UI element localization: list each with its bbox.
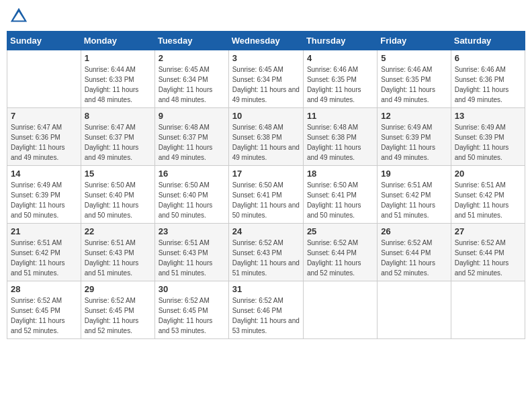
calendar-cell: 3Sunrise: 6:45 AMSunset: 6:34 PMDaylight… <box>228 50 303 108</box>
day-number: 1 <box>85 53 151 63</box>
calendar-cell: 18Sunrise: 6:50 AMSunset: 6:41 PMDayligh… <box>303 166 377 224</box>
calendar-cell: 9Sunrise: 6:48 AMSunset: 6:37 PMDaylight… <box>154 108 228 166</box>
calendar-cell: 8Sunrise: 6:47 AMSunset: 6:37 PMDaylight… <box>81 108 154 166</box>
day-number: 24 <box>232 226 300 236</box>
day-info: Sunrise: 6:51 AMSunset: 6:43 PMDaylight:… <box>159 238 225 278</box>
day-number: 4 <box>307 53 373 63</box>
day-number: 29 <box>85 284 151 294</box>
day-info: Sunrise: 6:47 AMSunset: 6:36 PMDaylight:… <box>11 122 77 163</box>
day-number: 10 <box>232 111 300 121</box>
day-info: Sunrise: 6:50 AMSunset: 6:41 PMDaylight:… <box>307 180 373 220</box>
day-number: 13 <box>455 111 521 121</box>
logo <box>9 7 31 26</box>
day-info: Sunrise: 6:51 AMSunset: 6:42 PMDaylight:… <box>381 180 447 220</box>
calendar-week-row: 1Sunrise: 6:44 AMSunset: 6:33 PMDaylight… <box>7 50 525 108</box>
day-info: Sunrise: 6:49 AMSunset: 6:39 PMDaylight:… <box>381 122 447 163</box>
day-number: 6 <box>455 53 521 63</box>
day-info: Sunrise: 6:52 AMSunset: 6:44 PMDaylight:… <box>455 238 521 278</box>
day-info: Sunrise: 6:50 AMSunset: 6:40 PMDaylight:… <box>159 180 225 220</box>
day-info: Sunrise: 6:46 AMSunset: 6:36 PMDaylight:… <box>455 64 521 105</box>
day-info: Sunrise: 6:48 AMSunset: 6:38 PMDaylight:… <box>232 122 300 163</box>
calendar-cell <box>303 281 377 339</box>
day-info: Sunrise: 6:44 AMSunset: 6:33 PMDaylight:… <box>85 64 151 105</box>
calendar-cell: 10Sunrise: 6:48 AMSunset: 6:38 PMDayligh… <box>228 108 303 166</box>
day-number: 3 <box>232 53 300 63</box>
calendar-week-row: 7Sunrise: 6:47 AMSunset: 6:36 PMDaylight… <box>7 108 525 166</box>
calendar-cell: 22Sunrise: 6:51 AMSunset: 6:43 PMDayligh… <box>81 224 154 281</box>
calendar-cell: 17Sunrise: 6:50 AMSunset: 6:41 PMDayligh… <box>228 166 303 224</box>
day-number: 15 <box>85 169 151 179</box>
weekday-header-wednesday: Wednesday <box>228 32 303 50</box>
weekday-header-monday: Monday <box>81 32 154 50</box>
day-info: Sunrise: 6:51 AMSunset: 6:43 PMDaylight:… <box>85 238 151 278</box>
day-info: Sunrise: 6:45 AMSunset: 6:34 PMDaylight:… <box>159 64 225 105</box>
day-number: 21 <box>11 226 77 236</box>
day-number: 28 <box>11 284 77 294</box>
weekday-header-sunday: Sunday <box>7 32 81 50</box>
day-info: Sunrise: 6:52 AMSunset: 6:43 PMDaylight:… <box>232 238 300 278</box>
day-info: Sunrise: 6:52 AMSunset: 6:44 PMDaylight:… <box>307 238 373 278</box>
calendar-cell <box>7 50 81 108</box>
calendar-cell <box>451 281 525 339</box>
calendar-cell: 31Sunrise: 6:52 AMSunset: 6:46 PMDayligh… <box>228 281 303 339</box>
day-number: 30 <box>159 284 225 294</box>
calendar-cell: 14Sunrise: 6:49 AMSunset: 6:39 PMDayligh… <box>7 166 81 224</box>
day-number: 20 <box>455 169 521 179</box>
day-number: 19 <box>381 169 447 179</box>
day-number: 14 <box>11 169 77 179</box>
weekday-header-thursday: Thursday <box>303 32 377 50</box>
calendar-cell: 7Sunrise: 6:47 AMSunset: 6:36 PMDaylight… <box>7 108 81 166</box>
calendar-cell: 1Sunrise: 6:44 AMSunset: 6:33 PMDaylight… <box>81 50 154 108</box>
calendar-cell: 26Sunrise: 6:52 AMSunset: 6:44 PMDayligh… <box>378 224 451 281</box>
calendar-cell: 13Sunrise: 6:49 AMSunset: 6:39 PMDayligh… <box>451 108 525 166</box>
calendar-cell: 4Sunrise: 6:46 AMSunset: 6:35 PMDaylight… <box>303 50 377 108</box>
calendar-cell: 15Sunrise: 6:50 AMSunset: 6:40 PMDayligh… <box>81 166 154 224</box>
calendar-week-row: 28Sunrise: 6:52 AMSunset: 6:45 PMDayligh… <box>7 281 525 339</box>
day-number: 12 <box>381 111 447 121</box>
calendar-cell: 28Sunrise: 6:52 AMSunset: 6:45 PMDayligh… <box>7 281 81 339</box>
day-number: 27 <box>455 226 521 236</box>
day-number: 11 <box>307 111 373 121</box>
day-info: Sunrise: 6:46 AMSunset: 6:35 PMDaylight:… <box>381 64 447 105</box>
logo-icon <box>9 7 28 26</box>
day-number: 18 <box>307 169 373 179</box>
day-number: 9 <box>159 111 225 121</box>
day-info: Sunrise: 6:48 AMSunset: 6:37 PMDaylight:… <box>159 122 225 163</box>
day-info: Sunrise: 6:52 AMSunset: 6:44 PMDaylight:… <box>381 238 447 278</box>
weekday-header-friday: Friday <box>378 32 451 50</box>
day-number: 23 <box>159 226 225 236</box>
calendar-cell: 16Sunrise: 6:50 AMSunset: 6:40 PMDayligh… <box>154 166 228 224</box>
day-number: 31 <box>232 284 300 294</box>
day-number: 5 <box>381 53 447 63</box>
day-number: 17 <box>232 169 300 179</box>
calendar-cell: 21Sunrise: 6:51 AMSunset: 6:42 PMDayligh… <box>7 224 81 281</box>
day-info: Sunrise: 6:49 AMSunset: 6:39 PMDaylight:… <box>11 180 77 220</box>
day-number: 26 <box>381 226 447 236</box>
day-info: Sunrise: 6:48 AMSunset: 6:38 PMDaylight:… <box>307 122 373 163</box>
calendar-cell: 29Sunrise: 6:52 AMSunset: 6:45 PMDayligh… <box>81 281 154 339</box>
weekday-header-tuesday: Tuesday <box>154 32 228 50</box>
day-number: 25 <box>307 226 373 236</box>
calendar-cell: 6Sunrise: 6:46 AMSunset: 6:36 PMDaylight… <box>451 50 525 108</box>
day-info: Sunrise: 6:47 AMSunset: 6:37 PMDaylight:… <box>85 122 151 163</box>
day-info: Sunrise: 6:51 AMSunset: 6:42 PMDaylight:… <box>11 238 77 278</box>
calendar-cell: 20Sunrise: 6:51 AMSunset: 6:42 PMDayligh… <box>451 166 525 224</box>
day-number: 7 <box>11 111 77 121</box>
calendar-week-row: 14Sunrise: 6:49 AMSunset: 6:39 PMDayligh… <box>7 166 525 224</box>
calendar-cell: 5Sunrise: 6:46 AMSunset: 6:35 PMDaylight… <box>378 50 451 108</box>
calendar-cell: 19Sunrise: 6:51 AMSunset: 6:42 PMDayligh… <box>378 166 451 224</box>
page-header <box>7 7 525 26</box>
weekday-header-row: SundayMondayTuesdayWednesdayThursdayFrid… <box>7 32 525 50</box>
calendar-cell: 24Sunrise: 6:52 AMSunset: 6:43 PMDayligh… <box>228 224 303 281</box>
day-info: Sunrise: 6:52 AMSunset: 6:46 PMDaylight:… <box>232 295 300 336</box>
day-info: Sunrise: 6:50 AMSunset: 6:41 PMDaylight:… <box>232 180 300 220</box>
calendar-cell: 30Sunrise: 6:52 AMSunset: 6:45 PMDayligh… <box>154 281 228 339</box>
day-number: 16 <box>159 169 225 179</box>
day-info: Sunrise: 6:50 AMSunset: 6:40 PMDaylight:… <box>85 180 151 220</box>
day-number: 22 <box>85 226 151 236</box>
calendar-cell <box>378 281 451 339</box>
weekday-header-saturday: Saturday <box>451 32 525 50</box>
day-number: 8 <box>85 111 151 121</box>
calendar-cell: 23Sunrise: 6:51 AMSunset: 6:43 PMDayligh… <box>154 224 228 281</box>
calendar-table: SundayMondayTuesdayWednesdayThursdayFrid… <box>7 31 525 339</box>
